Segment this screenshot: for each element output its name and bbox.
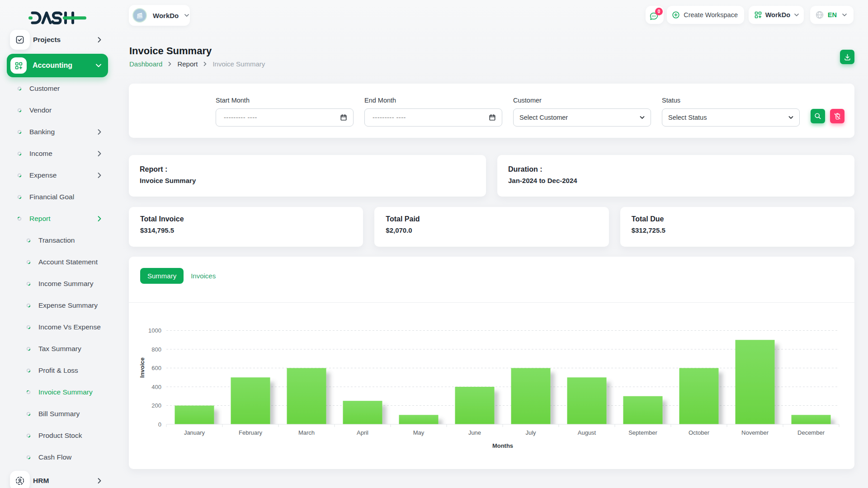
- page-title: Invoice Summary: [129, 45, 212, 57]
- sidebar-item-customer[interactable]: Customer: [0, 78, 118, 99]
- svg-text:October: October: [689, 429, 710, 436]
- sidebar-item-banking[interactable]: Banking: [0, 121, 118, 143]
- sidebar-item-product-stock[interactable]: Product Stock: [0, 425, 118, 446]
- status-circle-icon: [26, 260, 31, 264]
- sidebar-item-bill-summary[interactable]: Bill Summary: [0, 403, 118, 425]
- chevron-right-icon: [97, 150, 102, 157]
- app-menu-button[interactable]: WorkDo: [749, 6, 804, 24]
- filter-card: Start Month End Month: [129, 84, 854, 138]
- duration-value: Jan-2024 to Dec-2024: [508, 177, 844, 184]
- svg-text:1000: 1000: [148, 327, 161, 334]
- dash-logo[interactable]: [28, 10, 86, 27]
- end-month-group: End Month: [364, 97, 502, 127]
- sidebar-item-income-vs-expense[interactable]: Income Vs Expense: [0, 316, 118, 338]
- notification-badge: 0: [655, 8, 663, 15]
- status-circle-icon: [17, 108, 22, 113]
- customer-select[interactable]: Select Customer: [513, 108, 651, 127]
- breadcrumb: DashboardReportInvoice Summary: [129, 60, 265, 68]
- sidebar-item-label: Transaction: [38, 236, 75, 244]
- sidebar-item-financial-goal[interactable]: Financial Goal: [0, 186, 118, 208]
- checkbox-icon: [10, 30, 30, 50]
- sidebar-item-expense[interactable]: Expense: [0, 164, 118, 186]
- chevron-right-icon: [168, 61, 172, 66]
- svg-text:July: July: [525, 429, 536, 436]
- start-month-input[interactable]: [216, 109, 353, 126]
- breadcrumb-dashboard[interactable]: Dashboard: [129, 60, 162, 68]
- globe-icon: [815, 10, 824, 19]
- sidebar-item-hrm[interactable]: HRM: [10, 471, 108, 488]
- status-circle-icon: [17, 173, 22, 178]
- chevron-right-icon: [97, 478, 102, 484]
- sidebar-item-label: Report: [29, 215, 51, 223]
- sidebar: Projects Accounting Customer Vendor: [0, 0, 118, 488]
- status-circle-icon: [26, 238, 31, 243]
- download-icon: [844, 53, 851, 61]
- sidebar-item-invoice-summary[interactable]: Invoice Summary: [0, 381, 118, 403]
- svg-text:August: August: [578, 429, 596, 436]
- status-circle-icon: [17, 151, 22, 156]
- total-card-total-invoice: Total Invoice$314,795.5: [129, 207, 363, 247]
- chevron-right-icon: [97, 37, 102, 43]
- apply-filter-button[interactable]: [811, 109, 825, 123]
- sidebar-item-profit-loss[interactable]: Profit & Loss: [0, 360, 118, 381]
- sidebar-item-tax-summary[interactable]: Tax Summary: [0, 338, 118, 360]
- svg-text:0: 0: [158, 421, 161, 428]
- status-circle-icon: [26, 347, 31, 351]
- svg-text:April: April: [357, 429, 368, 436]
- status-select-wrap: Select Status: [662, 108, 800, 127]
- status-select[interactable]: Select Status: [662, 108, 800, 127]
- workspace-switcher[interactable]: WorkDo: [129, 5, 190, 26]
- status-circle-icon: [26, 303, 31, 308]
- status-group: Status Select Status: [662, 97, 800, 127]
- sidebar-item-income-summary[interactable]: Income Summary: [0, 273, 118, 295]
- chevron-right-icon: [97, 172, 102, 178]
- end-month-input[interactable]: [365, 109, 502, 126]
- total-card-label: Total Due: [632, 215, 843, 223]
- create-workspace-button[interactable]: Create Workspace: [667, 6, 744, 24]
- status-circle-icon: [26, 455, 31, 460]
- status-label: Status: [662, 97, 800, 104]
- report-name-card: Report : Invoice Summary: [129, 155, 486, 197]
- sidebar-item-expense-summary[interactable]: Expense Summary: [0, 295, 118, 316]
- hrm-icon: [10, 471, 30, 488]
- messages-button[interactable]: 0: [646, 6, 664, 24]
- chart-card: Summary Invoices 02004006008001000Januar…: [129, 257, 854, 469]
- customer-group: Customer Select Customer: [513, 97, 651, 127]
- sidebar-item-label: Projects: [33, 36, 61, 44]
- svg-text:February: February: [239, 429, 263, 436]
- sidebar-item-cash-flow[interactable]: Cash Flow: [0, 446, 118, 468]
- svg-text:November: November: [741, 429, 769, 436]
- create-workspace-label: Create Workspace: [684, 11, 738, 19]
- end-month-input-wrap: [364, 108, 502, 127]
- trash-off-icon: [834, 113, 841, 120]
- start-month-label: Start Month: [216, 97, 354, 104]
- chevron-down-icon: [95, 63, 102, 68]
- status-circle-icon: [26, 325, 31, 329]
- sidebar-item-income[interactable]: Income: [0, 143, 118, 164]
- sidebar-item-label: Bill Summary: [38, 410, 80, 418]
- report-label: Report :: [140, 165, 475, 174]
- grid-plus-icon: [754, 11, 762, 19]
- status-circle-icon: [26, 282, 31, 286]
- sidebar-item-account-statement[interactable]: Account Statement: [0, 251, 118, 273]
- sidebar-item-label: Expense: [29, 171, 57, 179]
- report-value: Invoice Summary: [140, 177, 475, 184]
- total-card-value: $2,070.0: [386, 226, 597, 234]
- sidebar-item-accounting[interactable]: Accounting: [7, 54, 108, 77]
- sidebar-item-label: Expense Summary: [38, 301, 98, 310]
- sidebar-item-label: Profit & Loss: [38, 366, 78, 375]
- svg-text:May: May: [413, 429, 425, 436]
- svg-text:September: September: [628, 429, 657, 436]
- svg-text:December: December: [797, 429, 825, 436]
- search-icon: [814, 113, 821, 120]
- sidebar-item-report[interactable]: Report: [0, 208, 118, 230]
- sidebar-item-projects[interactable]: Projects: [10, 30, 108, 50]
- language-selector[interactable]: EN: [810, 6, 854, 24]
- sidebar-item-vendor[interactable]: Vendor: [0, 99, 118, 121]
- sidebar-item-transaction[interactable]: Transaction: [0, 230, 118, 251]
- reset-filter-button[interactable]: [830, 109, 844, 123]
- download-button[interactable]: [840, 50, 854, 64]
- breadcrumb-report[interactable]: Report: [177, 60, 198, 68]
- invoice-bar-chart: 02004006008001000JanuaryFebruaryMarchApr…: [129, 257, 854, 469]
- svg-text:200: 200: [151, 402, 161, 409]
